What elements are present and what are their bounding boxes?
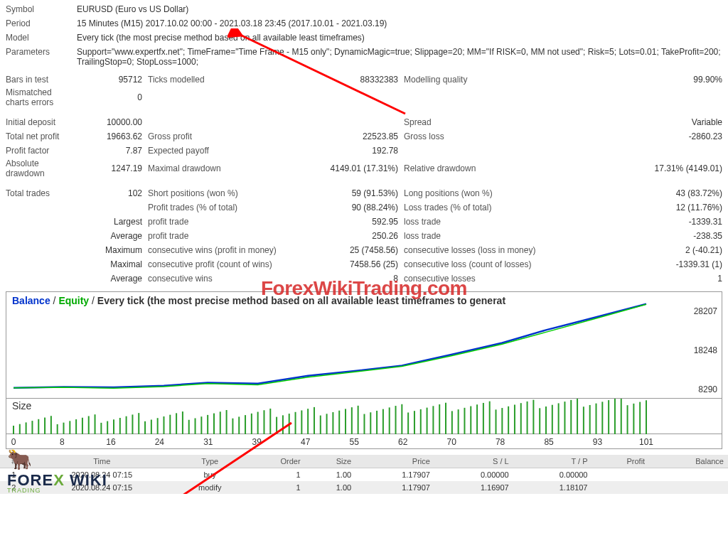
equity-chart: Balance / Equity / Every tick (the most … bbox=[6, 291, 722, 449]
relative-dd-label: Relative drawdown bbox=[404, 163, 567, 173]
chart-title: Balance / Equity / Every tick (the most … bbox=[12, 295, 505, 306]
avg-cw-label: consecutive wins bbox=[148, 274, 311, 284]
spread-value: Variable bbox=[567, 117, 722, 127]
relative-dd-value: 17.31% (4149.01) bbox=[567, 163, 722, 173]
modelling-quality-value: 99.90% bbox=[567, 75, 722, 85]
parameters-value: Support="www.expertfx.net"; TimeFrame="T… bbox=[77, 47, 722, 67]
x-tick: 47 bbox=[301, 437, 310, 447]
y-tick-0: 28207 bbox=[694, 306, 717, 316]
gross-loss-label: Gross loss bbox=[404, 131, 567, 141]
strategy-report: Symbol EURUSD (Euro vs US Dollar) Period… bbox=[0, 0, 728, 286]
maxp-cw-value: 7458.56 (25) bbox=[311, 259, 404, 269]
max-cl-label: consecutive losses (loss in money) bbox=[404, 245, 567, 255]
bars-in-test-label: Bars in test bbox=[6, 75, 77, 85]
total-trades-value: 102 bbox=[77, 188, 148, 198]
x-tick: 62 bbox=[398, 437, 407, 447]
total-trades-label: Total trades bbox=[6, 188, 77, 198]
x-tick: 70 bbox=[446, 437, 456, 447]
trades-header-cell[interactable]: # bbox=[0, 455, 28, 468]
max-cw-value: 25 (7458.56) bbox=[311, 245, 404, 255]
maximal-label: Maximal bbox=[77, 259, 148, 269]
largest-loss-value: -1339.31 bbox=[567, 217, 722, 227]
avg-cl-value: 1 bbox=[567, 274, 722, 284]
period-value: 15 Minutes (M15) 2017.10.02 00:00 - 2021… bbox=[77, 18, 722, 28]
table-row[interactable]: 12020.08.24 07:15buy11.001.179070.000000… bbox=[0, 468, 728, 482]
symbol-value: EURUSD (Euro vs US Dollar) bbox=[77, 4, 722, 14]
parameters-label: Parameters bbox=[6, 47, 77, 57]
trades-table: #TimeTypeOrderSizePriceS / LT / PProfitB… bbox=[0, 455, 728, 494]
absolute-dd-label: Absolute drawdown bbox=[6, 158, 77, 178]
x-tick: 31 bbox=[203, 437, 213, 447]
symbol-label: Symbol bbox=[6, 4, 77, 14]
profit-factor-label: Profit factor bbox=[6, 146, 77, 156]
period-label: Period bbox=[6, 18, 77, 28]
trades-header-cell[interactable]: Size bbox=[305, 455, 356, 468]
profit-factor-value: 7.87 bbox=[77, 146, 148, 156]
average2-label: Average bbox=[77, 274, 148, 284]
avg-cl-label: consecutive losses bbox=[404, 274, 567, 284]
x-tick: 24 bbox=[155, 437, 164, 447]
avg-profit-label: profit trade bbox=[148, 231, 311, 241]
avg-loss-value: -238.35 bbox=[567, 231, 722, 241]
x-tick: 39 bbox=[252, 437, 262, 447]
average-label: Average bbox=[77, 231, 148, 241]
x-tick: 0 bbox=[11, 437, 16, 447]
avg-cw-value: 8 bbox=[311, 274, 404, 284]
trades-header-cell[interactable]: Profit bbox=[592, 455, 649, 468]
trades-header-cell[interactable]: S / L bbox=[434, 455, 513, 468]
trades-header-cell[interactable]: T / P bbox=[513, 455, 592, 468]
initial-deposit-label: Initial deposit bbox=[6, 117, 77, 127]
ticks-modelled-label: Ticks modelled bbox=[148, 75, 311, 85]
long-pos-value: 43 (83.72%) bbox=[567, 188, 722, 198]
expected-payoff-label: Expected payoff bbox=[148, 146, 311, 156]
total-net-profit-label: Total net profit bbox=[6, 131, 77, 141]
size-panel: Size bbox=[6, 399, 722, 434]
gross-loss-value: -2860.23 bbox=[567, 131, 722, 141]
trades-header-cell[interactable]: Time bbox=[28, 455, 176, 468]
maximum-label: Maximum bbox=[77, 245, 148, 255]
maxp-cw-label: consecutive profit (count of wins) bbox=[148, 259, 311, 269]
profit-trades-value: 90 (88.24%) bbox=[311, 203, 404, 212]
y-tick-1: 18248 bbox=[694, 345, 717, 355]
total-net-profit-value: 19663.62 bbox=[77, 131, 148, 141]
absolute-dd-value: 1247.19 bbox=[77, 163, 148, 173]
gross-profit-value: 22523.85 bbox=[311, 131, 404, 141]
size-bars-svg bbox=[6, 399, 689, 434]
modelling-quality-label: Modelling quality bbox=[404, 75, 567, 85]
equity-line-svg bbox=[6, 292, 689, 399]
short-pos-value: 59 (91.53%) bbox=[311, 188, 404, 198]
tick-legend: Every tick (the most precise method base… bbox=[97, 295, 505, 306]
maxp-cl-label: consecutive loss (count of losses) bbox=[404, 259, 567, 269]
balance-legend: Balance bbox=[12, 295, 50, 306]
x-tick: 16 bbox=[106, 437, 115, 447]
model-label: Model bbox=[6, 33, 77, 43]
trades-header-cell[interactable]: Type bbox=[176, 455, 244, 468]
model-value: Every tick (the most precise method base… bbox=[77, 33, 722, 43]
largest-loss-label: loss trade bbox=[404, 217, 567, 227]
mismatched-value: 0 bbox=[77, 92, 148, 102]
trades-header-cell[interactable]: Order bbox=[244, 455, 305, 468]
largest-profit-label: profit trade bbox=[148, 217, 311, 227]
maximal-dd-label: Maximal drawdown bbox=[148, 163, 311, 173]
chart-main-panel: 28207 18248 8290 bbox=[6, 292, 722, 399]
x-tick: 85 bbox=[544, 437, 553, 447]
max-cw-label: consecutive wins (profit in money) bbox=[148, 245, 311, 255]
trades-header-cell[interactable]: Price bbox=[355, 455, 434, 468]
table-row[interactable]: 22020.08.24 07:15modify11.001.179071.169… bbox=[0, 481, 728, 494]
trades-header-cell[interactable]: Balance bbox=[649, 455, 728, 468]
loss-trades-value: 12 (11.76%) bbox=[567, 203, 722, 212]
mismatched-label: Mismatched charts errors bbox=[6, 87, 77, 107]
x-tick: 93 bbox=[593, 437, 602, 447]
avg-loss-label: loss trade bbox=[404, 231, 567, 241]
long-pos-label: Long positions (won %) bbox=[404, 188, 567, 198]
x-tick: 8 bbox=[60, 437, 65, 447]
short-pos-label: Short positions (won %) bbox=[148, 188, 311, 198]
largest-profit-value: 592.95 bbox=[311, 217, 404, 227]
largest-label: Largest bbox=[77, 217, 148, 227]
maxp-cl-value: -1339.31 (1) bbox=[567, 259, 722, 269]
equity-legend: Equity bbox=[58, 295, 89, 306]
expected-payoff-value: 192.78 bbox=[311, 146, 404, 156]
avg-profit-value: 250.26 bbox=[311, 231, 404, 241]
x-tick: 78 bbox=[496, 437, 505, 447]
stats-grid: Bars in test 95712 Ticks modelled 883323… bbox=[6, 72, 722, 286]
